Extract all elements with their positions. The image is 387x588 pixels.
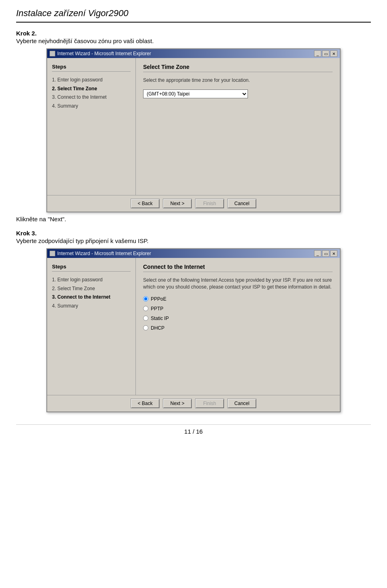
step3-desc: Vyberte zodpovídající typ připojení k va… — [16, 237, 371, 244]
option-pppoe: PPPoE — [143, 296, 333, 302]
dialog2-finish-btn[interactable]: Finish — [195, 399, 224, 408]
dialog2-steps-list: 1. Enter login password 2. Select Time Z… — [52, 276, 131, 310]
option-dhcp: DHCP — [143, 325, 333, 331]
dialog2-cancel-btn[interactable]: Cancel — [227, 399, 256, 408]
dialog2-body: Steps 1. Enter login password 2. Select … — [47, 258, 340, 411]
dialog1-content: Select Time Zone Select the appropriate … — [136, 58, 340, 195]
dialog1-cancel-btn[interactable]: Cancel — [227, 199, 256, 208]
dialog1-content-desc: Select the appropriate time zone for you… — [143, 77, 333, 84]
dialog2-close-btn[interactable]: ✕ — [330, 250, 337, 257]
radio-dhcp[interactable] — [143, 325, 148, 330]
dialog2-restore-btn[interactable]: ▭ — [322, 250, 329, 257]
dialog1-steps-list: 1. Enter login password 2. Select Time Z… — [52, 76, 131, 110]
label-pptp: PPTP — [151, 306, 163, 312]
dialog1-window-controls: _ ▭ ✕ — [314, 50, 337, 57]
step2-desc: Vyberte nejvhodnější časovou zónu pro va… — [16, 37, 371, 44]
dialog1-title-text: Internet Wizard - Microsoft Internet Exp… — [57, 51, 151, 56]
dialog1-steps-panel: Steps 1. Enter login password 2. Select … — [47, 58, 136, 195]
dialog1-step4: 4. Summary — [52, 102, 131, 111]
timezone-dropdown[interactable]: (GMT+08:00) Taipei — [143, 89, 248, 98]
dialog2-main: Steps 1. Enter login password 2. Select … — [47, 258, 340, 395]
dialog1-step3: 3. Connect to the Internet — [52, 93, 131, 102]
dialog2-step1: 1. Enter login password — [52, 276, 131, 285]
label-pppoe: PPPoE — [151, 296, 166, 302]
dialog1-step2: 2. Select Time Zone — [52, 85, 131, 93]
dialog2-title-area: Internet Wizard - Microsoft Internet Exp… — [50, 251, 151, 256]
step2-label: Krok 2. — [16, 30, 371, 37]
radio-pppoe[interactable] — [143, 296, 148, 301]
dialog2-back-btn[interactable]: < Back — [131, 399, 160, 408]
dialog2-next-btn[interactable]: Next > — [163, 399, 192, 408]
dialog1-next-btn[interactable]: Next > — [163, 199, 192, 208]
dialog2-step4: 4. Summary — [52, 302, 131, 311]
page-title: Instalace zařízení Vigor2900 — [16, 8, 371, 23]
dialog2-steps-title: Steps — [52, 264, 131, 272]
radio-pptp[interactable] — [143, 306, 148, 311]
dialog1-title-area: Internet Wizard - Microsoft Internet Exp… — [50, 51, 151, 56]
page-footer: 11 / 16 — [16, 424, 371, 435]
dialog-timezone: Internet Wizard - Microsoft Internet Exp… — [46, 48, 341, 212]
timezone-select-container: (GMT+08:00) Taipei — [143, 89, 333, 98]
step3-label: Krok 3. — [16, 230, 371, 237]
connection-type-options: PPPoE PPTP Static IP DHCP — [143, 296, 333, 331]
step2-instruction: Klikněte na "Next". — [16, 216, 371, 222]
radio-static-ip[interactable] — [143, 316, 148, 321]
dialog2-content-title: Connect to the Internet — [143, 264, 333, 272]
dialog2-steps-panel: Steps 1. Enter login password 2. Select … — [47, 258, 136, 395]
option-static-ip: Static IP — [143, 316, 333, 321]
dialog-internet: Internet Wizard - Microsoft Internet Exp… — [46, 248, 341, 412]
dialog2-window-controls: _ ▭ ✕ — [314, 250, 337, 257]
dialog1-main: Steps 1. Enter login password 2. Select … — [47, 58, 340, 195]
dialog2-step2: 2. Select Time Zone — [52, 285, 131, 293]
option-pptp: PPTP — [143, 306, 333, 312]
dialog2-content: Connect to the Internet Select one of th… — [136, 258, 340, 395]
dialog1-footer: < Back Next > Finish Cancel — [47, 195, 340, 212]
label-dhcp: DHCP — [151, 325, 164, 331]
dialog2-minimize-btn[interactable]: _ — [314, 250, 321, 257]
dialog1-step1: 1. Enter login password — [52, 76, 131, 85]
dialog1-minimize-btn[interactable]: _ — [314, 50, 321, 57]
dialog1-finish-btn[interactable]: Finish — [195, 199, 224, 208]
label-static-ip: Static IP — [151, 316, 169, 321]
dialog1-icon — [50, 51, 55, 56]
dialog1-titlebar: Internet Wizard - Microsoft Internet Exp… — [47, 49, 340, 58]
dialog1-restore-btn[interactable]: ▭ — [322, 50, 329, 57]
dialog2-titlebar: Internet Wizard - Microsoft Internet Exp… — [47, 249, 340, 258]
dialog1-content-title: Select Time Zone — [143, 64, 333, 72]
dialog1-body: Steps 1. Enter login password 2. Select … — [47, 58, 340, 212]
dialog1-back-btn[interactable]: < Back — [131, 199, 160, 208]
dialog1-close-btn[interactable]: ✕ — [330, 50, 337, 57]
dialog2-step3: 3. Connect to the Internet — [52, 293, 131, 302]
dialog2-title-text: Internet Wizard - Microsoft Internet Exp… — [57, 251, 151, 256]
dialog2-footer: < Back Next > Finish Cancel — [47, 395, 340, 411]
dialog1-steps-title: Steps — [52, 64, 131, 72]
dialog2-content-desc: Select one of the following Internet Acc… — [143, 277, 333, 291]
dialog2-icon — [50, 251, 55, 256]
